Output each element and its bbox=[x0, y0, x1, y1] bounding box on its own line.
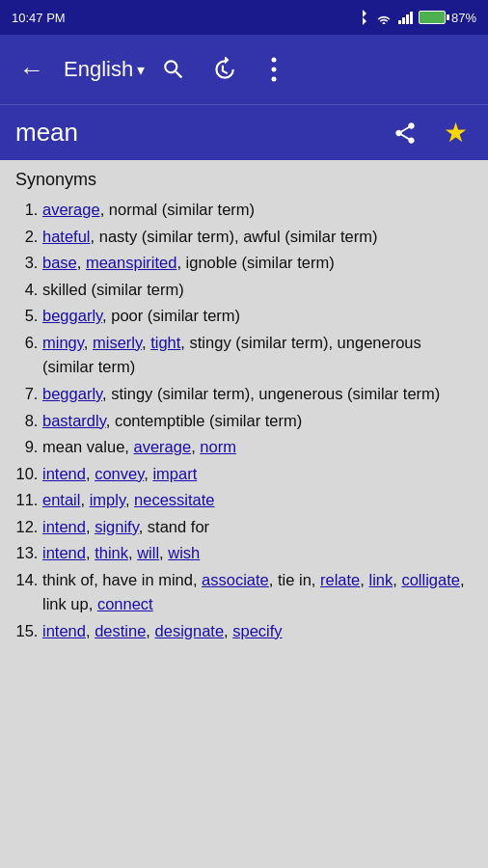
link-relate[interactable]: relate bbox=[320, 571, 360, 588]
link-intend-15[interactable]: intend bbox=[42, 622, 86, 639]
list-item: beggarly, poor (similar term) bbox=[42, 304, 473, 329]
history-icon bbox=[211, 57, 236, 82]
link-connect[interactable]: connect bbox=[97, 595, 153, 612]
link-beggarly-5[interactable]: beggarly bbox=[42, 307, 102, 324]
list-item: intend, signify, stand for bbox=[42, 515, 473, 540]
link-destine[interactable]: destine bbox=[95, 622, 146, 639]
link-signify[interactable]: signify bbox=[95, 518, 139, 535]
link-associate[interactable]: associate bbox=[202, 571, 269, 588]
word-actions: ★ bbox=[388, 116, 473, 150]
link-link[interactable]: link bbox=[368, 571, 393, 588]
battery-label: 87% bbox=[451, 11, 476, 25]
list-item: entail, imply, necessitate bbox=[42, 488, 473, 513]
signal-icon bbox=[398, 11, 413, 24]
time-label: 10:47 PM bbox=[12, 11, 66, 25]
list-item: mingy, miserly, tight, stingy (similar t… bbox=[42, 331, 473, 380]
svg-point-0 bbox=[272, 58, 277, 63]
search-button[interactable] bbox=[156, 52, 191, 87]
link-intend-12[interactable]: intend bbox=[42, 518, 86, 535]
list-item: think of, have in mind, associate, tie i… bbox=[42, 568, 473, 617]
search-icon bbox=[161, 57, 186, 82]
link-norm[interactable]: norm bbox=[200, 438, 236, 455]
list-item: hateful, nasty (similar term), awful (si… bbox=[42, 225, 473, 250]
link-meanspirited[interactable]: meanspirited bbox=[86, 254, 176, 271]
svg-point-1 bbox=[272, 68, 277, 72]
link-average-9[interactable]: average bbox=[133, 438, 191, 455]
back-button[interactable]: ← bbox=[12, 47, 52, 93]
status-time: 10:47 PM bbox=[12, 11, 66, 25]
link-designate[interactable]: designate bbox=[155, 622, 225, 639]
svg-point-2 bbox=[272, 77, 277, 82]
word-title: mean bbox=[15, 118, 78, 148]
link-intend-13[interactable]: intend bbox=[42, 544, 86, 561]
link-specify[interactable]: specify bbox=[232, 622, 282, 639]
status-icons: 87% bbox=[356, 9, 476, 26]
link-intend-10[interactable]: intend bbox=[42, 465, 86, 482]
link-colligate[interactable]: colligate bbox=[401, 571, 460, 588]
list-item: mean value, average, norm bbox=[42, 435, 473, 460]
link-necessitate[interactable]: necessitate bbox=[134, 491, 214, 508]
more-options-icon bbox=[271, 57, 277, 82]
link-will[interactable]: will bbox=[137, 544, 159, 561]
favorite-button[interactable]: ★ bbox=[438, 116, 473, 150]
list-item: bastardly, contemptible (similar term) bbox=[42, 409, 473, 434]
content-area: Synonyms average, normal (similar term)h… bbox=[0, 160, 488, 868]
link-average[interactable]: average bbox=[42, 201, 100, 218]
share-button[interactable] bbox=[388, 116, 422, 150]
link-impart[interactable]: impart bbox=[152, 465, 197, 482]
history-button[interactable] bbox=[206, 52, 241, 87]
app-bar: ← English ▾ bbox=[0, 35, 488, 104]
link-imply[interactable]: imply bbox=[90, 491, 125, 508]
star-icon: ★ bbox=[444, 117, 468, 149]
list-item: intend, convey, impart bbox=[42, 462, 473, 487]
list-item: intend, destine, designate, specify bbox=[42, 619, 473, 644]
link-think[interactable]: think bbox=[95, 544, 128, 561]
battery-icon bbox=[419, 11, 446, 24]
link-entail[interactable]: entail bbox=[42, 491, 80, 508]
link-base[interactable]: base bbox=[42, 254, 77, 271]
link-mingy[interactable]: mingy bbox=[42, 334, 84, 351]
language-dropdown[interactable]: English ▾ bbox=[64, 57, 145, 82]
link-bastardly[interactable]: bastardly bbox=[42, 412, 106, 429]
link-wish[interactable]: wish bbox=[168, 544, 200, 561]
list-item: beggarly, stingy (similar term), ungener… bbox=[42, 382, 473, 407]
list-item: intend, think, will, wish bbox=[42, 541, 473, 566]
word-bar: mean ★ bbox=[0, 104, 488, 160]
link-hateful[interactable]: hateful bbox=[42, 228, 91, 245]
list-item: skilled (similar term) bbox=[42, 278, 473, 303]
bluetooth-icon bbox=[356, 9, 369, 26]
status-bar: 10:47 PM 87% bbox=[0, 0, 488, 35]
language-label: English bbox=[64, 57, 133, 82]
wifi-icon bbox=[375, 11, 393, 24]
dropdown-arrow-icon: ▾ bbox=[137, 61, 145, 79]
app-bar-actions bbox=[156, 52, 291, 87]
link-miserly[interactable]: miserly bbox=[93, 334, 142, 351]
link-convey[interactable]: convey bbox=[95, 465, 144, 482]
share-icon bbox=[393, 121, 418, 146]
link-beggarly-7[interactable]: beggarly bbox=[42, 385, 102, 402]
list-item: base, meanspirited, ignoble (similar ter… bbox=[42, 251, 473, 276]
link-tight[interactable]: tight bbox=[150, 334, 180, 351]
list-item: average, normal (similar term) bbox=[42, 198, 473, 223]
more-options-button[interactable] bbox=[257, 52, 291, 87]
synonyms-heading: Synonyms bbox=[15, 170, 473, 190]
synonyms-list: average, normal (similar term)hateful, n… bbox=[15, 198, 473, 644]
